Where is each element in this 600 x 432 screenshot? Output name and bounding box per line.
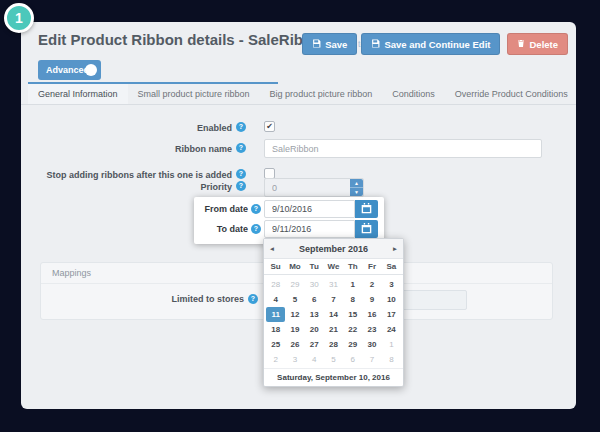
help-icon[interactable]: ?	[236, 169, 246, 179]
to-date-label: To date	[194, 224, 248, 234]
help-icon[interactable]: ?	[236, 122, 246, 132]
calendar-day[interactable]: 27	[305, 337, 324, 352]
help-icon[interactable]: ?	[248, 294, 258, 304]
calendar-day[interactable]: 7	[362, 352, 381, 367]
tab-small-product-picture-ribbon[interactable]: Small product picture ribbon	[128, 84, 260, 104]
calendar-day[interactable]: 14	[324, 307, 343, 322]
save-button-label: Save	[325, 39, 347, 50]
help-icon[interactable]: ?	[236, 181, 246, 191]
calendar-day[interactable]: 28	[324, 337, 343, 352]
calendar-day[interactable]: 7	[324, 292, 343, 307]
calendar-day[interactable]: 29	[285, 277, 304, 292]
save-button[interactable]: Save	[302, 33, 357, 55]
calendar-day[interactable]: 29	[343, 337, 362, 352]
today-link[interactable]: Saturday, September 10, 2016	[264, 368, 403, 386]
calendar-day[interactable]: 5	[324, 352, 343, 367]
from-date-calendar-button[interactable]	[355, 200, 378, 218]
weekday-label: Su	[266, 259, 285, 275]
from-date-input[interactable]	[264, 200, 355, 218]
calendar-day[interactable]: 3	[382, 277, 401, 292]
calendar-day[interactable]: 30	[305, 277, 324, 292]
calendar-day[interactable]: 18	[266, 322, 285, 337]
calendar-day[interactable]: 12	[285, 307, 304, 322]
weekday-label: Tu	[305, 259, 324, 275]
weekday-header-row: Su Mo Tu We Th Fr Sa	[264, 259, 403, 275]
priority-input[interactable]	[264, 178, 364, 197]
weekday-label: Th	[343, 259, 362, 275]
month-year-title[interactable]: September 2016	[264, 239, 403, 259]
date-fields-highlight: From date ? To date ?	[194, 197, 384, 244]
calendar-day[interactable]: 21	[324, 322, 343, 337]
help-icon[interactable]: ?	[251, 224, 261, 234]
step-badge: 1	[4, 3, 34, 33]
page-title: Edit Product Ribbon details - SaleRibbon	[38, 31, 331, 48]
action-buttons: Save Save and Continue Edit Delete	[302, 33, 568, 55]
trash-icon	[517, 39, 525, 50]
to-date-input[interactable]	[264, 220, 355, 238]
weekday-label: We	[324, 259, 343, 275]
calendar-day[interactable]: 1	[382, 337, 401, 352]
calendar-day[interactable]: 19	[285, 322, 304, 337]
calendar-day[interactable]: 20	[305, 322, 324, 337]
calendar-day[interactable]: 24	[382, 322, 401, 337]
calendar-day[interactable]: 30	[362, 337, 381, 352]
toggle-knob	[85, 64, 97, 76]
save-and-continue-button[interactable]: Save and Continue Edit	[361, 33, 500, 55]
help-icon[interactable]: ?	[251, 204, 261, 214]
calendar-day[interactable]: 4	[305, 352, 324, 367]
calendar-day[interactable]: 28	[266, 277, 285, 292]
next-month-icon[interactable]: ►	[387, 239, 403, 259]
edit-ribbon-panel: Edit Product Ribbon details - SaleRibbon…	[21, 22, 576, 409]
ribbon-name-input[interactable]	[264, 139, 542, 158]
weekday-label: Sa	[382, 259, 401, 275]
advanced-mode-toggle[interactable]: Advanced	[38, 60, 101, 80]
calendar-day[interactable]: 5	[285, 292, 304, 307]
calendar-day[interactable]: 9	[362, 292, 381, 307]
step-down-icon[interactable]: ▼	[350, 188, 363, 196]
limited-to-stores-label: Limited to stores	[41, 294, 244, 304]
calendar-day[interactable]: 2	[362, 277, 381, 292]
calendar-day[interactable]: 22	[343, 322, 362, 337]
enabled-label: Enabled	[21, 123, 232, 133]
active-tab-indicator	[28, 82, 278, 84]
calendar-day[interactable]: 13	[305, 307, 324, 322]
calendar-day[interactable]: 3	[285, 352, 304, 367]
calendar-day[interactable]: 10	[382, 292, 401, 307]
to-date-calendar-button[interactable]	[355, 220, 378, 238]
calendar-day[interactable]: 6	[343, 352, 362, 367]
calendar-day[interactable]: 26	[285, 337, 304, 352]
tab-override-product-conditions[interactable]: Override Product Conditions	[445, 84, 578, 104]
ribbon-name-label: Ribbon name	[21, 144, 232, 154]
step-up-icon[interactable]: ▲	[350, 179, 363, 188]
calendar-day[interactable]: 4	[266, 292, 285, 307]
previous-month-icon[interactable]: ◄	[264, 239, 280, 259]
tab-conditions[interactable]: Conditions	[382, 84, 445, 104]
calendar-day[interactable]: 15	[343, 307, 362, 322]
advanced-toggle-label: Advanced	[46, 65, 89, 75]
calendar-day[interactable]: 16	[362, 307, 381, 322]
calendar-day[interactable]: 6	[305, 292, 324, 307]
calendar-day[interactable]: 8	[343, 292, 362, 307]
save-icon	[312, 39, 321, 50]
enabled-checkbox[interactable]: ✔	[264, 121, 275, 132]
priority-stepper[interactable]: ▲ ▼	[350, 179, 363, 196]
tab-bar: General Information Small product pictur…	[21, 84, 576, 105]
delete-button[interactable]: Delete	[507, 33, 568, 55]
calendar-day[interactable]: 25	[266, 337, 285, 352]
calendar-day[interactable]: 23	[362, 322, 381, 337]
tab-general-information[interactable]: General Information	[28, 84, 128, 104]
save-and-continue-label: Save and Continue Edit	[384, 39, 490, 50]
help-icon[interactable]: ?	[236, 143, 246, 153]
calendar-day[interactable]: 2	[266, 352, 285, 367]
stop-adding-label: Stop adding ribbons after this one is ad…	[21, 170, 232, 180]
calendar-day[interactable]: 11	[266, 307, 285, 322]
tab-big-product-picture-ribbon[interactable]: Big product picture ribbon	[260, 84, 383, 104]
calendar-day[interactable]: 8	[382, 352, 401, 367]
from-date-label: From date	[194, 204, 248, 214]
calendar-icon	[361, 200, 372, 218]
weekday-label: Mo	[285, 259, 304, 275]
calendar-day[interactable]: 17	[382, 307, 401, 322]
calendar-day[interactable]: 1	[343, 277, 362, 292]
calendar-day[interactable]: 31	[324, 277, 343, 292]
datepicker-popup: ◄ September 2016 ► Su Mo Tu We Th Fr Sa …	[263, 238, 404, 387]
